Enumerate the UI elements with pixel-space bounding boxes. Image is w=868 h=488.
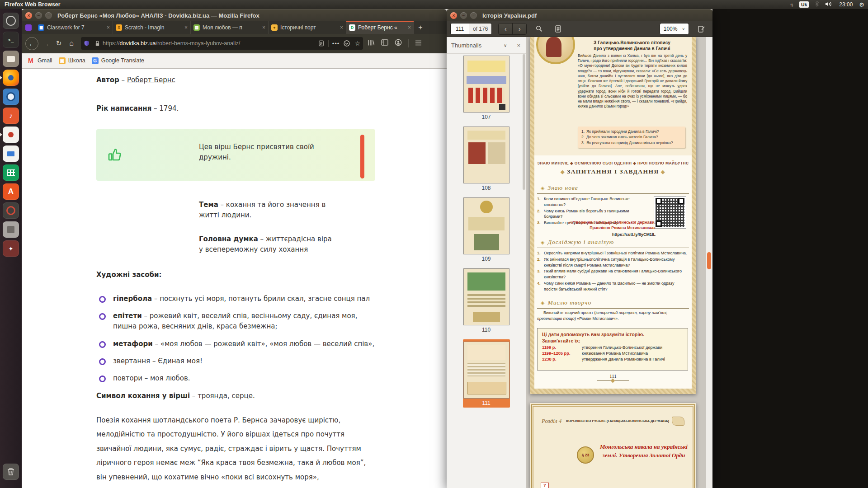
bookmark-star-icon[interactable]: ☆	[352, 40, 363, 47]
thumbnail-109[interactable]: 109	[463, 197, 510, 262]
sidebar-toggle-icon[interactable]	[381, 39, 388, 47]
network-arrows-icon[interactable]: ↑↓	[790, 2, 793, 7]
page-border-ornament	[692, 37, 696, 394]
dock-presentation-app-icon[interactable]	[3, 145, 19, 162]
thumbnail-107[interactable]: 107	[463, 56, 510, 120]
desktop: Firefox Web Browser ↑↓ Uk 23:00 ⚙ >_ ♪ A…	[0, 0, 868, 488]
footer-flourish	[597, 380, 629, 384]
reload-button[interactable]: ↻	[53, 39, 65, 47]
back-button[interactable]: ←	[25, 37, 38, 50]
search-button[interactable]	[532, 23, 546, 34]
new-tab-button[interactable]: +	[414, 21, 427, 34]
tracking-shield-icon[interactable]	[81, 40, 92, 47]
pdf-page-111: З Галицько-Волинського літопису про утве…	[530, 37, 696, 394]
keyboard-layout-indicator[interactable]: Uk	[799, 1, 809, 8]
pinned-tab[interactable]	[22, 21, 35, 34]
volume-icon[interactable]	[825, 1, 833, 8]
pdf-page-view: З Галицько-Волинського літопису про утве…	[526, 37, 706, 488]
sidebar-scrollbar[interactable]	[523, 54, 525, 190]
book-favicon: ▤	[193, 24, 200, 31]
devices-list: гіпербола – посхнуть усі моря, потануть …	[96, 294, 375, 384]
reader-mode-icon[interactable]	[316, 40, 326, 47]
library-icon[interactable]	[368, 39, 375, 48]
maximize-button[interactable]: ▫	[45, 12, 52, 19]
tab-classwork[interactable]: ▣ Classwork for 7 ×	[35, 21, 113, 34]
thumbnail-108[interactable]: 108	[463, 127, 510, 191]
tab-close-icon[interactable]: ×	[262, 24, 265, 31]
tab-robert-berns-active[interactable]: D Роберт Бернс « ×	[346, 21, 414, 34]
source-questions-box: 1.Як приймали городяни Данила в Галичі? …	[578, 127, 685, 148]
clock[interactable]: 23:00	[839, 1, 853, 8]
dock-media-app-icon[interactable]: ♪	[3, 108, 19, 124]
questions-tasks-header: ◈ ЗАПИТАННЯ І ЗАВДАННЯ ◈	[530, 168, 696, 175]
key-dates-box: Ці дати допоможуть вам зрозуміти історію…	[537, 328, 688, 371]
session-gear-icon[interactable]: ⚙	[859, 1, 864, 8]
tab-close-icon[interactable]: ×	[408, 24, 411, 31]
dock-camera-app-icon[interactable]	[3, 89, 19, 105]
dock-drawing-app-icon[interactable]: ✦	[3, 240, 19, 257]
zoom-level-dropdown[interactable]: 100% ∨	[660, 23, 689, 35]
next-page-button[interactable]: ›	[512, 23, 526, 34]
pocket-icon[interactable]	[341, 40, 352, 47]
pdf-page-112: Розділ 4 КОРОЛІВСТВО РУСЬКЕ (ГАЛИЦЬКО-ВО…	[530, 403, 696, 488]
thumbnail-111-selected[interactable]: 111	[463, 339, 510, 408]
previous-page-button[interactable]: ‹	[499, 23, 512, 34]
tab-close-icon[interactable]: ×	[340, 24, 343, 31]
pinned-tab-favicon	[25, 24, 32, 31]
chapter-script-label: Розділ 4	[542, 418, 561, 425]
tab-scratch[interactable]: S Scratch - Imagin ×	[113, 21, 191, 34]
page-number-input[interactable]	[451, 23, 469, 34]
home-button[interactable]: ⌂	[66, 39, 77, 47]
dock-spreadsheet-app-icon[interactable]	[3, 164, 19, 181]
dock-ubuntu-dash-icon[interactable]	[3, 13, 19, 29]
dock-archive-app-icon[interactable]	[3, 221, 19, 238]
minimize-button[interactable]: −	[35, 12, 42, 19]
annotate-button[interactable]	[694, 23, 708, 34]
author-link[interactable]: Роберт Бернс	[127, 76, 175, 84]
tab-close-icon[interactable]: ×	[107, 24, 110, 31]
dock-utility-app-icon[interactable]	[3, 202, 19, 219]
dock-terminal-icon[interactable]: >_	[3, 32, 19, 48]
pdf-titlebar[interactable]: × − ▫ Історія України.pdf	[447, 9, 712, 21]
thumbnail-110[interactable]: 110	[463, 268, 510, 333]
close-button[interactable]: ×	[25, 12, 32, 19]
bookmark-shkola[interactable]: ▣ Школа	[59, 57, 85, 64]
page-scrollbar-thumb[interactable]	[360, 135, 364, 178]
year-line: Рік написання – 1794.	[96, 103, 375, 114]
dock-firefox-icon[interactable]	[3, 70, 19, 86]
address-bar[interactable]: https://dovidka.biz.ua/robert-berns-moya…	[81, 37, 363, 50]
dock-document-viewer-icon[interactable]	[3, 127, 19, 143]
list-item: звертання – Єдиная моя!	[96, 356, 375, 366]
creative-task-text: Виконайте творчий проєкт (історичний пор…	[537, 310, 689, 322]
firefox-titlebar[interactable]: × − ▫ Роберт Бернс «Моя Любов» АНАЛІЗ - …	[22, 9, 447, 21]
forward-button[interactable]: →	[40, 40, 52, 47]
pdf-viewer-window: × − ▫ Історія України.pdf of 176 ‹ › 1	[447, 9, 712, 488]
symbol-line: Символ кохання у вірші – троянда, серце.	[96, 391, 375, 401]
chevron-down-icon[interactable]: ∨	[504, 43, 507, 48]
tab-close-icon[interactable]: ×	[184, 24, 188, 31]
tab-moya-lyubov[interactable]: ▤ Моя любов — п ×	[191, 21, 269, 34]
paragraph-title: Монгольська навала на українські землі. …	[596, 443, 692, 460]
pdf-scrollbar-thumb[interactable]	[707, 252, 711, 269]
dock-files-icon[interactable]	[3, 51, 19, 67]
account-icon[interactable]	[395, 39, 402, 48]
tab-istorychni[interactable]: ● Історичні порт ×	[269, 21, 346, 34]
minimize-button[interactable]: −	[460, 12, 467, 19]
close-button[interactable]: ×	[450, 12, 457, 19]
bookmark-gmail[interactable]: M Gmail	[28, 57, 52, 64]
sidebar-close-icon[interactable]: ×	[517, 42, 520, 49]
page-actions-icon[interactable]: •••	[330, 40, 341, 47]
menu-hamburger-icon[interactable]	[415, 39, 422, 47]
dock-software-center-icon[interactable]: A	[3, 183, 19, 200]
sidebar-mode-label[interactable]: Thumbnails	[451, 42, 481, 49]
main-idea-line: Головна думка – життєрадісна віра у всеп…	[199, 234, 335, 255]
dock-trash-icon[interactable]	[3, 464, 19, 480]
bluetooth-icon[interactable]	[815, 1, 819, 8]
annotations-list-button[interactable]	[551, 23, 565, 34]
exercise-url[interactable]: https://cutt.ly/0yCM1lL	[543, 232, 656, 237]
maximize-button[interactable]: ▫	[470, 12, 477, 19]
callout-text: Цев вірш Бернс присвятив своїй дружині.	[199, 142, 326, 163]
url-text[interactable]: https://dovidka.biz.ua/robert-berns-moya…	[103, 40, 240, 47]
bookmark-google-translate[interactable]: G Google Translate	[92, 57, 144, 64]
pdf-scrollbar[interactable]	[706, 37, 712, 488]
